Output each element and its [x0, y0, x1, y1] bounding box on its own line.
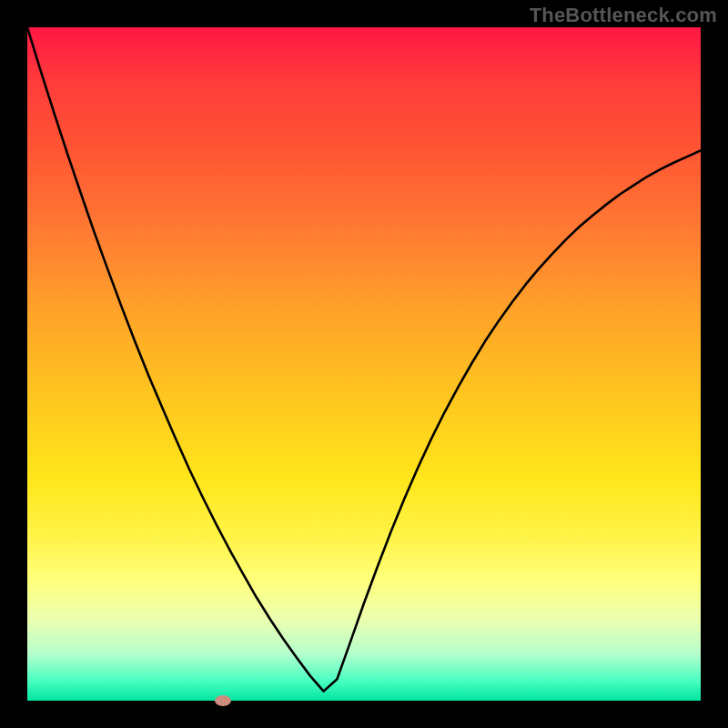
bottleneck-curve: [27, 27, 701, 701]
chart-frame: TheBottleneck.com: [0, 0, 728, 728]
optimal-point-marker: [215, 695, 231, 706]
watermark-text: TheBottleneck.com: [530, 4, 717, 27]
